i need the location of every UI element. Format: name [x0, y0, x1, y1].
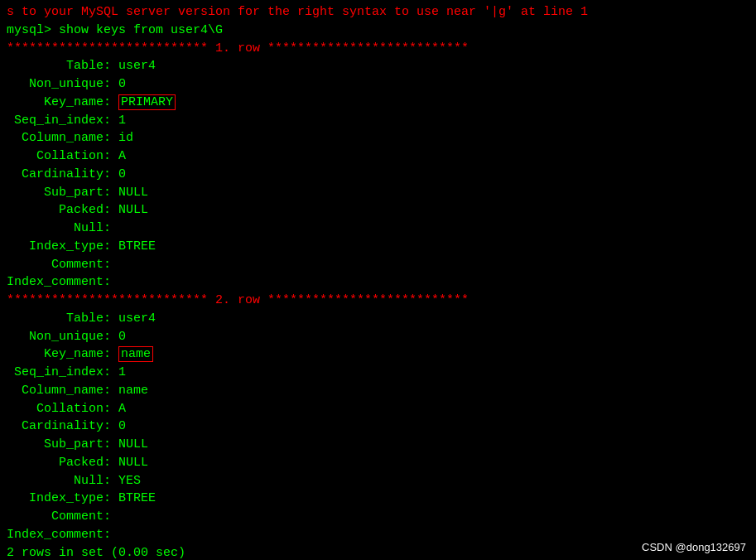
row2-collation: Collation: A — [7, 400, 749, 418]
command-line: mysql> show keys from user4\G — [7, 22, 749, 40]
row1-separator: *************************** 1. row *****… — [7, 40, 749, 58]
row2-indexcomment: Index_comment: — [7, 526, 749, 544]
row2-keyname: Key_name: name — [7, 345, 749, 364]
row2-indextype: Index_type: BTREE — [7, 490, 749, 508]
row1-seqinindex: Seq_in_index: 1 — [7, 112, 749, 130]
terminal-window: s to your MySQL server version for the r… — [0, 0, 756, 560]
row2-packed: Packed: NULL — [7, 454, 749, 472]
row1-nonunique: Non_unique: 0 — [7, 75, 749, 94]
row1-keyname-value: PRIMARY — [118, 94, 176, 110]
watermark: CSDN @dong132697 — [642, 541, 746, 553]
row-count: 2 rows in set (0.00 sec) — [7, 544, 749, 561]
row2-seqinindex: Seq_in_index: 1 — [7, 364, 749, 382]
row2-keyname-value: name — [118, 346, 153, 362]
row1-null: Null: — [7, 220, 749, 238]
row1-subpart: Sub_part: NULL — [7, 184, 749, 202]
row2-table: Table: user4 — [7, 310, 749, 328]
row1-indextype: Index_type: BTREE — [7, 238, 749, 256]
row2-nonunique: Non_unique: 0 — [7, 328, 749, 346]
row2-null: Null: YES — [7, 472, 749, 490]
row1-collation: Collation: A — [7, 147, 749, 166]
error-line: s to your MySQL server version for the r… — [7, 3, 749, 22]
row1-colname: Column_name: id — [7, 129, 749, 147]
row1-comment: Comment: — [7, 256, 749, 274]
row2-colname: Column_name: name — [7, 382, 749, 400]
row1-indexcomment: Index_comment: — [7, 273, 749, 292]
row2-cardinality: Cardinality: 0 — [7, 418, 749, 436]
row1-keyname: Key_name: PRIMARY — [7, 94, 749, 112]
row1-table: Table: user4 — [7, 57, 749, 75]
row2-comment: Comment: — [7, 508, 749, 526]
row1-cardinality: Cardinality: 0 — [7, 166, 749, 184]
row1-packed: Packed: NULL — [7, 201, 749, 220]
row2-separator: *************************** 2. row *****… — [7, 292, 749, 310]
row2-subpart: Sub_part: NULL — [7, 436, 749, 454]
